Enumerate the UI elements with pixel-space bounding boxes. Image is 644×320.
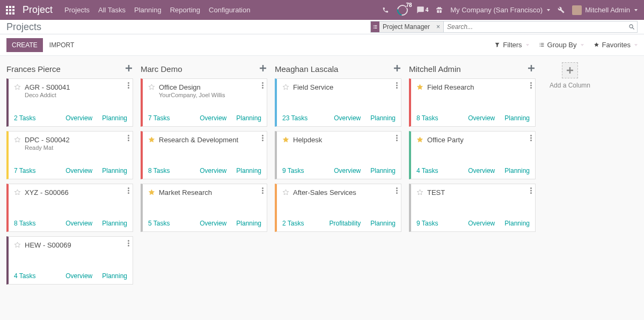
card-menu-icon[interactable] — [128, 240, 129, 248]
column-title[interactable]: Meaghan Lascala — [275, 64, 338, 74]
card-menu-icon[interactable] — [262, 135, 264, 143]
card-link[interactable]: Overview — [200, 220, 226, 227]
nav-configuration[interactable]: Configuration — [209, 6, 250, 14]
card-menu-icon[interactable] — [530, 135, 532, 143]
card-link[interactable]: Planning — [102, 167, 127, 174]
kanban-card[interactable]: Office Party 4 Tasks Overview Planning — [409, 131, 536, 179]
filters-menu[interactable]: Filters — [494, 41, 529, 49]
column-add-icon[interactable] — [528, 65, 536, 72]
nav-reporting[interactable]: Reporting — [170, 6, 200, 14]
star-icon[interactable] — [416, 136, 424, 144]
kanban-card[interactable]: AGR - S00041 Deco Addict 2 Tasks Overvie… — [6, 78, 133, 127]
card-link[interactable]: Overview — [200, 167, 226, 174]
card-link[interactable]: Planning — [504, 167, 530, 174]
search-icon[interactable] — [626, 24, 637, 31]
apps-icon[interactable] — [3, 3, 17, 17]
card-menu-icon[interactable] — [128, 82, 129, 90]
star-icon[interactable] — [14, 84, 21, 91]
card-link[interactable]: Overview — [468, 167, 495, 174]
column-add-icon[interactable] — [394, 65, 401, 72]
card-link[interactable]: Planning — [102, 114, 127, 122]
card-link[interactable]: Planning — [102, 220, 127, 227]
card-tasks-link[interactable]: 5 Tasks — [148, 220, 170, 227]
add-column[interactable]: Add a Column — [543, 62, 597, 89]
card-link[interactable]: Planning — [504, 114, 530, 122]
star-icon[interactable] — [282, 189, 290, 197]
card-link[interactable]: Profitability — [330, 220, 361, 227]
card-tasks-link[interactable]: 9 Tasks — [416, 220, 438, 227]
star-icon[interactable] — [14, 189, 21, 197]
card-link[interactable]: Overview — [65, 272, 92, 280]
card-tasks-link[interactable]: 4 Tasks — [416, 167, 438, 174]
column-title[interactable]: Mitchell Admin — [409, 64, 461, 74]
card-link[interactable]: Planning — [236, 114, 261, 122]
card-link[interactable]: Overview — [468, 220, 495, 227]
kanban-card[interactable]: Helpdesk 9 Tasks Overview Planning — [275, 131, 401, 179]
card-link[interactable]: Planning — [102, 272, 127, 280]
card-link[interactable]: Planning — [370, 167, 396, 174]
phone-icon[interactable] — [382, 6, 389, 13]
card-menu-icon[interactable] — [530, 82, 532, 90]
card-tasks-link[interactable]: 8 Tasks — [416, 114, 438, 122]
card-tasks-link[interactable]: 9 Tasks — [282, 167, 304, 174]
add-column-icon[interactable] — [562, 62, 578, 78]
column-title[interactable]: Frances Pierce — [6, 64, 61, 74]
kanban-card[interactable]: Market Research 5 Tasks Overview Plannin… — [141, 184, 267, 232]
star-icon[interactable] — [148, 84, 156, 91]
star-icon[interactable] — [148, 136, 156, 144]
nav-all-tasks[interactable]: All Tasks — [98, 6, 126, 14]
kanban-card[interactable]: After-Sales Services 2 Tasks Profitabili… — [275, 184, 401, 232]
create-button[interactable]: CREATE — [6, 38, 43, 52]
kanban-card[interactable]: Office Design YourCompany, Joel Willis 7… — [141, 78, 267, 127]
card-tasks-link[interactable]: 7 Tasks — [14, 167, 35, 174]
kanban-card[interactable]: DPC - S00042 Ready Mat 7 Tasks Overview … — [6, 131, 133, 179]
card-link[interactable]: Overview — [65, 114, 92, 122]
card-link[interactable]: Planning — [236, 167, 261, 174]
card-menu-icon[interactable] — [530, 187, 532, 195]
company-menu[interactable]: My Company (San Francisco) — [450, 6, 550, 14]
card-menu-icon[interactable] — [262, 82, 264, 90]
kanban-card[interactable]: HEW - S00069 4 Tasks Overview Planning — [6, 236, 133, 285]
column-add-icon[interactable] — [126, 65, 133, 72]
card-link[interactable]: Overview — [334, 167, 361, 174]
card-link[interactable]: Planning — [236, 220, 261, 227]
timer-icon[interactable]: 78 — [397, 4, 409, 16]
card-link[interactable]: Overview — [65, 167, 92, 174]
kanban-card[interactable]: TEST 9 Tasks Overview Planning — [409, 184, 536, 232]
kanban-card[interactable]: Research & Development 8 Tasks Overview … — [141, 131, 267, 179]
facet-remove-icon[interactable]: × — [433, 23, 443, 31]
star-icon[interactable] — [282, 136, 290, 144]
card-menu-icon[interactable] — [128, 187, 129, 195]
kanban-card[interactable]: Field Research 8 Tasks Overview Planning — [409, 78, 536, 127]
nav-projects[interactable]: Projects — [64, 6, 90, 14]
star-icon[interactable] — [416, 189, 424, 197]
card-link[interactable]: Overview — [200, 114, 226, 122]
user-menu[interactable]: Mitchell Admin — [572, 5, 638, 15]
column-title[interactable]: Marc Demo — [141, 64, 182, 74]
card-tasks-link[interactable]: 8 Tasks — [14, 220, 35, 227]
groupby-menu[interactable]: Group By — [539, 41, 584, 49]
card-menu-icon[interactable] — [262, 187, 264, 195]
star-icon[interactable] — [148, 189, 156, 197]
messages-icon[interactable]: 4 — [416, 6, 429, 14]
kanban-card[interactable]: XYZ - S00066 8 Tasks Overview Planning — [6, 184, 133, 232]
star-icon[interactable] — [416, 84, 424, 91]
card-menu-icon[interactable] — [396, 135, 398, 143]
star-icon[interactable] — [282, 84, 290, 91]
nav-planning[interactable]: Planning — [134, 6, 162, 14]
favorites-menu[interactable]: Favorites — [594, 41, 638, 49]
card-tasks-link[interactable]: 8 Tasks — [148, 167, 170, 174]
card-link[interactable]: Planning — [370, 114, 396, 122]
card-link[interactable]: Planning — [504, 220, 530, 227]
star-icon[interactable] — [14, 136, 21, 144]
card-tasks-link[interactable]: 23 Tasks — [282, 114, 308, 122]
search-input[interactable] — [444, 23, 626, 31]
card-tasks-link[interactable]: 4 Tasks — [14, 272, 35, 280]
card-menu-icon[interactable] — [396, 82, 398, 90]
card-link[interactable]: Overview — [334, 114, 361, 122]
card-menu-icon[interactable] — [396, 187, 398, 195]
card-link[interactable]: Planning — [370, 220, 396, 227]
star-icon[interactable] — [14, 242, 21, 249]
card-tasks-link[interactable]: 2 Tasks — [14, 114, 35, 122]
card-link[interactable]: Overview — [65, 220, 92, 227]
